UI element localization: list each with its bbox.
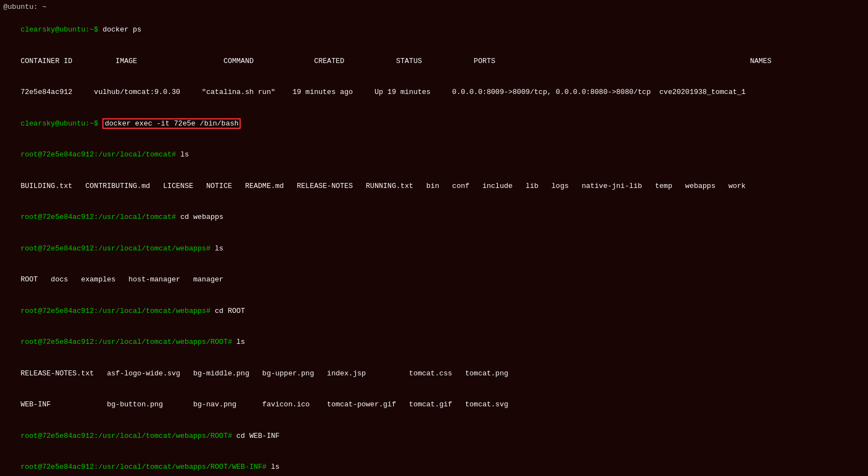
prompt-9: root@72e5e84ac912:/usr/local/tomcat/weba…: [20, 463, 271, 471]
prompt-2: clearsky@ubuntu:~$: [20, 119, 102, 128]
prompt-3: root@72e5e84ac912:/usr/local/tomcat#: [20, 150, 180, 159]
terminal-window[interactable]: @ubuntu: ~ clearsky@ubuntu:~$ docker ps …: [0, 0, 868, 476]
title-bar: @ubuntu: ~: [3, 2, 865, 12]
line-ls-webinf: root@72e5e84ac912:/usr/local/tomcat/weba…: [3, 452, 865, 476]
line-docker-ps: clearsky@ubuntu:~$ docker ps: [3, 14, 865, 46]
cmd-docker-ps: docker ps: [102, 25, 141, 34]
prompt-1: clearsky@ubuntu:~$: [20, 25, 102, 34]
prompt-7: root@72e5e84ac912:/usr/local/tomcat/weba…: [20, 338, 236, 346]
prompt-4: root@72e5e84ac912:/usr/local/tomcat#: [20, 213, 180, 221]
line-ls-tomcat: root@72e5e84ac912:/usr/local/tomcat# ls: [3, 139, 865, 171]
cmd-docker-exec-highlight: docker exec -it 72e5e /bin/bash: [102, 118, 241, 129]
ls-root-output-2: WEB-INF bg-button.png bg-nav.png favicon…: [3, 390, 865, 421]
table-header: CONTAINER ID IMAGE COMMAND CREATED STATU…: [3, 46, 865, 77]
prompt-8: root@72e5e84ac912:/usr/local/tomcat/weba…: [20, 432, 236, 440]
line-cd-webinf: root@72e5e84ac912:/usr/local/tomcat/weba…: [3, 421, 865, 452]
ls-root-output-1: RELEASE-NOTES.txt asf-logo-wide.svg bg-m…: [3, 358, 865, 390]
table-row-1: 72e5e84ac912 vulhub/tomcat:9.0.30 "catal…: [3, 77, 865, 108]
line-ls-webapps: root@72e5e84ac912:/usr/local/tomcat/weba…: [3, 233, 865, 265]
line-ls-root: root@72e5e84ac912:/usr/local/tomcat/weba…: [3, 327, 865, 359]
prompt-5: root@72e5e84ac912:/usr/local/tomcat/weba…: [20, 244, 215, 253]
line-cd-root: root@72e5e84ac912:/usr/local/tomcat/weba…: [3, 296, 865, 327]
line-cd-webapps: root@72e5e84ac912:/usr/local/tomcat# cd …: [3, 202, 865, 233]
prompt-6: root@72e5e84ac912:/usr/local/tomcat/weba…: [20, 307, 215, 315]
ls-webapps-output: ROOT docs examples host-manager manager: [3, 264, 865, 296]
ls-tomcat-output: BUILDING.txt CONTRIBUTING.md LICENSE NOT…: [3, 171, 865, 202]
line-docker-exec: clearsky@ubuntu:~$ docker exec -it 72e5e…: [3, 108, 865, 140]
